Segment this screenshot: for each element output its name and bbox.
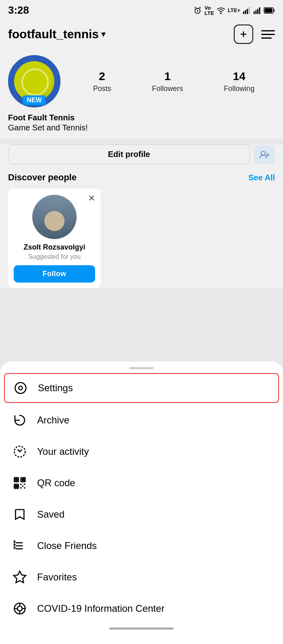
your-activity-icon (11, 443, 28, 460)
person-silhouette-icon (32, 195, 77, 239)
svg-line-2 (200, 7, 201, 8)
menu-item-covid[interactable]: COVID-19 Information Center (0, 593, 283, 624)
add-friend-button[interactable] (254, 145, 275, 164)
username-text: footfault_tennis (8, 27, 99, 41)
svg-line-1 (195, 7, 196, 8)
following-stat[interactable]: 14 Following (224, 70, 254, 93)
card-close-button[interactable]: ✕ (88, 193, 95, 204)
posts-label: Posts (93, 85, 111, 93)
posts-stat[interactable]: 2 Posts (93, 70, 111, 93)
add-friend-icon (259, 150, 270, 159)
chevron-down-icon: ▾ (101, 29, 106, 39)
archive-label: Archive (37, 415, 69, 426)
card-name: Zsolt Rozsavolgyi (23, 243, 85, 252)
followers-count: 1 (164, 70, 171, 83)
svg-rect-11 (259, 7, 260, 14)
svg-rect-4 (243, 11, 244, 14)
svg-marker-40 (14, 571, 26, 583)
follow-button[interactable]: Follow (14, 265, 95, 283)
svg-rect-14 (274, 9, 275, 12)
menu-item-close-friends[interactable]: Close Friends (0, 530, 283, 561)
menu-item-qr-code[interactable]: QR code (0, 467, 283, 499)
home-indicator (0, 624, 283, 630)
covid-label: COVID-19 Information Center (37, 603, 164, 614)
avatar[interactable]: NEW (8, 55, 60, 107)
svg-point-42 (17, 606, 22, 611)
handle-bar (129, 367, 154, 369)
svg-rect-28 (16, 485, 18, 487)
menu-item-saved[interactable]: Saved (0, 499, 283, 530)
svg-rect-7 (249, 7, 250, 14)
signal2-icon (253, 6, 261, 14)
discover-title: Discover people (8, 172, 77, 183)
favorites-icon (11, 569, 28, 586)
svg-rect-10 (257, 9, 258, 14)
close-friends-icon (11, 537, 28, 554)
svg-marker-38 (15, 544, 15, 545)
svg-rect-27 (22, 479, 24, 481)
your-activity-label: Your activity (37, 446, 89, 457)
followers-stat[interactable]: 1 Followers (152, 70, 183, 93)
svg-marker-37 (15, 541, 15, 542)
bottom-sheet: Settings Archive Your activity (0, 361, 283, 644)
menu-item-settings[interactable]: Settings (4, 373, 279, 403)
status-icons: VoLTE LTE+ (193, 5, 275, 16)
profile-name: Foot Fault Tennis (8, 113, 275, 122)
person-card: ✕ Zsolt Rozsavolgyi Suggested for you Fo… (8, 188, 101, 288)
status-bar: 3:28 VoLTE LTE+ (0, 0, 283, 19)
stats-row: 2 Posts 1 Followers 14 Following (73, 70, 275, 93)
qr-code-icon (11, 475, 28, 491)
following-count: 14 (233, 70, 246, 83)
volte-icon: VoLTE (204, 5, 214, 16)
menu-item-favorites[interactable]: Favorites (0, 561, 283, 593)
menu-item-archive[interactable]: Archive (0, 405, 283, 436)
see-all-link[interactable]: See All (248, 173, 275, 182)
followers-label: Followers (152, 85, 183, 93)
card-suggested: Suggested for you (28, 253, 81, 260)
covid-icon (11, 600, 28, 617)
svg-rect-6 (247, 9, 248, 14)
top-header: footfault_tennis ▾ (0, 19, 283, 50)
saved-label: Saved (37, 509, 65, 520)
svg-point-21 (19, 386, 23, 390)
header-icons (234, 25, 275, 44)
profile-section: NEW 2 Posts 1 Followers 14 Following Foo… (0, 50, 283, 139)
signal1-icon (243, 6, 251, 14)
edit-profile-row: Edit profile (0, 144, 283, 170)
favorites-label: Favorites (37, 572, 77, 583)
close-friends-label: Close Friends (37, 540, 97, 551)
wifi-icon (216, 6, 225, 15)
new-badge: NEW (23, 95, 46, 105)
status-time: 3:28 (8, 4, 29, 17)
archive-icon (11, 412, 28, 429)
battery-icon (264, 6, 275, 14)
svg-rect-9 (256, 10, 257, 14)
settings-label: Settings (38, 382, 73, 394)
discover-cards: ✕ Zsolt Rozsavolgyi Suggested for you Fo… (8, 188, 275, 288)
username-row[interactable]: footfault_tennis ▾ (8, 27, 106, 41)
saved-icon (11, 506, 28, 523)
card-avatar (32, 195, 77, 239)
posts-count: 2 (99, 70, 105, 83)
discover-header: Discover people See All (8, 172, 275, 183)
svg-marker-39 (15, 547, 15, 548)
lte-icon: LTE+ (228, 8, 240, 13)
edit-profile-button[interactable]: Edit profile (8, 144, 250, 164)
new-post-button[interactable] (234, 25, 253, 44)
alarm-icon (193, 6, 202, 15)
svg-point-3 (221, 13, 221, 14)
settings-icon (12, 380, 29, 396)
menu-button[interactable] (261, 30, 275, 39)
svg-rect-26 (16, 479, 18, 481)
sheet-handle (0, 361, 283, 372)
profile-bio: Game Set and Tennis! (8, 123, 275, 132)
following-label: Following (224, 85, 254, 93)
menu-item-your-activity[interactable]: Your activity (0, 436, 283, 467)
svg-rect-8 (254, 11, 255, 14)
svg-rect-13 (265, 8, 273, 12)
qr-code-label: QR code (37, 477, 75, 489)
profile-top: NEW 2 Posts 1 Followers 14 Following (8, 55, 275, 107)
svg-rect-5 (245, 10, 246, 14)
home-bar (109, 627, 174, 630)
discover-section: Discover people See All ✕ Zsolt Rozsavol… (0, 170, 283, 288)
